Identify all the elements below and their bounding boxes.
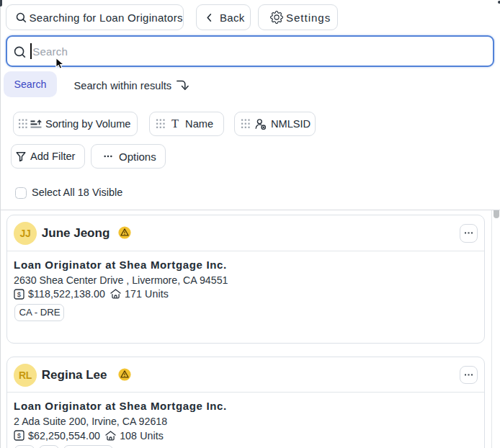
svg-text:$: $: [17, 290, 22, 298]
svg-text:$: $: [17, 431, 22, 439]
